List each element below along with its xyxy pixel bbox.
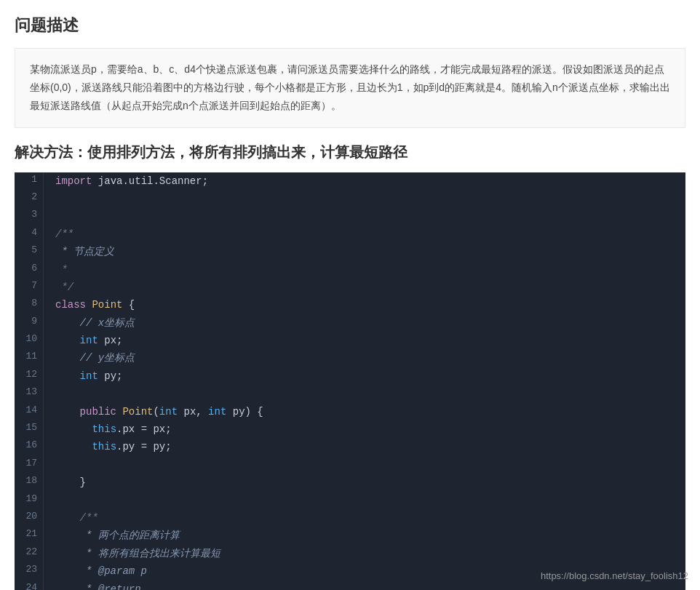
line-num-16: 16 — [15, 438, 44, 455]
code-row-20: 20 /** — [15, 509, 685, 527]
code-row-3: 3 — [15, 207, 685, 225]
code-row-5: 5 * 节点定义 — [15, 243, 685, 260]
code-row-1: 1 import java.util.Scanner; — [15, 172, 685, 190]
code-row-4: 4 /** — [15, 226, 685, 243]
line-num-9: 9 — [15, 314, 44, 332]
code-line-14: public Point(int px, int py) { — [44, 403, 685, 420]
line-num-4: 4 — [15, 226, 44, 243]
line-num-6: 6 — [15, 261, 44, 279]
page-title: 问题描述 — [15, 15, 685, 36]
code-line-19 — [44, 492, 685, 509]
code-line-11: // y坐标点 — [44, 349, 685, 367]
code-row-11: 11 // y坐标点 — [15, 349, 685, 367]
code-row-22: 22 * 将所有组合找出来计算最短 — [15, 545, 685, 562]
code-line-13 — [44, 385, 685, 402]
line-num-14: 14 — [15, 403, 44, 420]
code-row-24: 24 * @return — [15, 581, 685, 590]
line-num-7: 7 — [15, 279, 44, 296]
line-num-3: 3 — [15, 207, 44, 225]
line-num-10: 10 — [15, 332, 44, 349]
code-line-7: */ — [44, 279, 685, 296]
code-row-10: 10 int px; — [15, 332, 685, 349]
code-line-20: /** — [44, 509, 685, 527]
line-num-22: 22 — [15, 545, 44, 562]
line-num-19: 19 — [15, 492, 44, 509]
code-line-10: int px; — [44, 332, 685, 349]
line-num-18: 18 — [15, 474, 44, 491]
line-num-23: 23 — [15, 562, 44, 580]
code-row-2: 2 — [15, 190, 685, 207]
code-row-9: 9 // x坐标点 — [15, 314, 685, 332]
line-num-2: 2 — [15, 190, 44, 207]
code-row-18: 18 } — [15, 474, 685, 491]
code-row-16: 16 this.py = py; — [15, 438, 685, 455]
code-row-19: 19 — [15, 492, 685, 509]
line-num-12: 12 — [15, 367, 44, 385]
code-row-8: 8 class Point { — [15, 296, 685, 314]
code-line-3 — [44, 207, 685, 225]
code-line-24: * @return — [44, 581, 685, 590]
line-num-15: 15 — [15, 420, 44, 438]
description-text: 某物流派送员p，需要给a、b、c、d4个快递点派送包裹，请问派送员需要选择什么的… — [30, 63, 670, 111]
line-num-5: 5 — [15, 243, 44, 260]
code-line-6: * — [44, 261, 685, 279]
solution-title: 解决方法：使用排列方法，将所有排列搞出来，计算最短路径 — [15, 143, 685, 162]
code-line-1: import java.util.Scanner; — [44, 172, 685, 190]
line-num-17: 17 — [15, 456, 44, 474]
code-row-13: 13 — [15, 385, 685, 402]
code-row-15: 15 this.px = px; — [15, 420, 685, 438]
code-row-17: 17 — [15, 456, 685, 474]
code-line-22: * 将所有组合找出来计算最短 — [44, 545, 685, 562]
code-line-17 — [44, 456, 685, 474]
code-line-4: /** — [44, 226, 685, 243]
description-box: 某物流派送员p，需要给a、b、c、d4个快递点派送包裹，请问派送员需要选择什么的… — [15, 48, 685, 128]
code-line-9: // x坐标点 — [44, 314, 685, 332]
line-num-8: 8 — [15, 296, 44, 314]
line-num-11: 11 — [15, 349, 44, 367]
code-line-8: class Point { — [44, 296, 685, 314]
line-num-13: 13 — [15, 385, 44, 402]
code-row-6: 6 * — [15, 261, 685, 279]
code-row-14: 14 public Point(int px, int py) { — [15, 403, 685, 420]
code-row-21: 21 * 两个点的距离计算 — [15, 527, 685, 544]
code-container: 1 import java.util.Scanner; 2 3 4 /** 5 … — [15, 172, 685, 590]
line-num-24: 24 — [15, 581, 44, 590]
code-line-21: * 两个点的距离计算 — [44, 527, 685, 544]
code-row-7: 7 */ — [15, 279, 685, 296]
line-num-21: 21 — [15, 527, 44, 544]
watermark: https://blog.csdn.net/stay_foolish12 — [541, 570, 688, 581]
page-wrapper: 问题描述 某物流派送员p，需要给a、b、c、d4个快递点派送包裹，请问派送员需要… — [0, 0, 700, 590]
code-line-12: int py; — [44, 367, 685, 385]
line-num-1: 1 — [15, 172, 44, 190]
code-line-18: } — [44, 474, 685, 491]
code-line-16: this.py = py; — [44, 438, 685, 455]
line-num-20: 20 — [15, 509, 44, 527]
code-line-15: this.px = px; — [44, 420, 685, 438]
code-line-5: * 节点定义 — [44, 243, 685, 260]
code-row-12: 12 int py; — [15, 367, 685, 385]
code-line-2 — [44, 190, 685, 207]
